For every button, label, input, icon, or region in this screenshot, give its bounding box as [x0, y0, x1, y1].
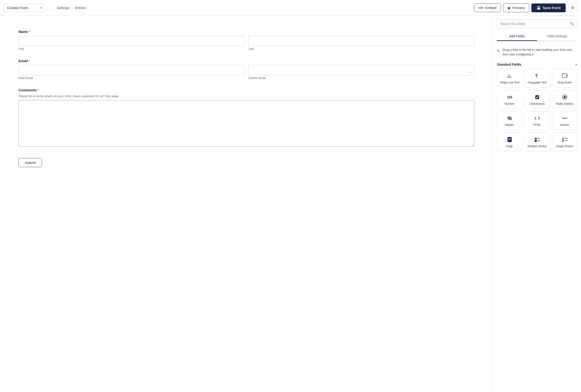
submit-button[interactable]: Submit — [18, 158, 42, 167]
number-icon: 123 — [507, 94, 512, 100]
paragraph-text-label: Paragraph Text — [528, 81, 546, 84]
radio-buttons-label: Radio Buttons — [556, 102, 573, 106]
image-choice-label: Image Choice — [556, 145, 573, 148]
preview-label: Preview — [512, 6, 525, 10]
checkboxes-label: Checkboxes — [529, 102, 544, 106]
gear-button[interactable]: ⚙ — [568, 3, 577, 12]
field-card-html[interactable]: HTML — [524, 111, 550, 130]
section-label: Section — [560, 123, 569, 127]
last-name-sublabel: Last — [248, 47, 474, 50]
field-card-number[interactable]: 123 Number — [497, 90, 522, 109]
svg-text:¶: ¶ — [535, 74, 538, 78]
save-icon: 💾 — [536, 6, 541, 10]
name-field-row: First Last — [18, 36, 474, 50]
multiple-choice-label: Multiple Choice — [528, 145, 546, 148]
standard-fields-section-header: Standard Fields ∧ — [497, 62, 577, 66]
field-card-hidden[interactable]: Hidden — [497, 111, 522, 130]
number-label: Number — [504, 102, 514, 106]
header-actions: </> Embed ◉ Preview 💾 Save Form ⚙ — [474, 3, 577, 12]
gear-icon: ⚙ — [571, 6, 574, 10]
embed-label: Embed — [485, 6, 496, 10]
section-icon — [562, 115, 567, 122]
name-label: Name * — [18, 30, 474, 34]
comments-label: Comments * — [18, 88, 474, 92]
drag-hint: ↖ Drag a field to the left to start buil… — [497, 45, 577, 59]
email-label: Email * — [18, 59, 474, 63]
comments-description: Please let us know what's on your mind. … — [18, 94, 474, 98]
form-selector[interactable]: Contact Form ▾ — [4, 4, 46, 12]
svg-rect-18 — [534, 140, 536, 142]
first-name-col: First — [18, 36, 244, 50]
email-required-star: * — [29, 59, 30, 63]
name-required-star: * — [29, 30, 30, 34]
svg-point-20 — [562, 138, 564, 139]
tab-add-fields[interactable]: Add Fields — [497, 32, 537, 41]
html-label: HTML — [533, 123, 541, 127]
comments-textarea[interactable] — [18, 100, 474, 146]
enter-email-input[interactable] — [18, 65, 244, 75]
save-form-button[interactable]: 💾 Save Form — [532, 4, 566, 12]
main-layout: Name * First Last Email * — [0, 16, 581, 392]
dots-icon: ··· — [469, 70, 472, 75]
tab-bar: Add Fields Field Settings — [497, 32, 577, 41]
hidden-icon — [507, 115, 512, 122]
page-label: Page — [506, 145, 512, 148]
field-card-multiple-choice[interactable]: Multiple Choice — [524, 132, 550, 152]
sidebar: 🔍 Add Fields Field Settings ↖ Drag a fie… — [493, 16, 581, 392]
cursor-icon: ↖ — [497, 48, 500, 54]
drop-down-icon — [562, 72, 568, 79]
single-line-text-icon: A — [507, 72, 512, 79]
radio-buttons-icon — [562, 94, 567, 100]
save-label: Save Form — [543, 6, 560, 10]
paragraph-text-icon: ¶ — [535, 72, 540, 79]
search-box: 🔍 — [497, 20, 577, 28]
email-field-row: Enter Email ··· Confirm Email — [18, 65, 474, 80]
multiple-choice-icon — [534, 136, 540, 143]
standard-fields-label: Standard Fields — [497, 62, 521, 66]
eye-icon: ◉ — [508, 6, 510, 10]
field-card-section[interactable]: Section — [552, 111, 577, 130]
header: Contact Form ▾ Settings Entries </> Embe… — [0, 0, 581, 16]
header-nav: Settings Entries — [57, 6, 86, 10]
hidden-label: Hidden — [505, 123, 514, 127]
embed-code-icon: </> — [478, 6, 484, 10]
svg-rect-12 — [508, 137, 512, 142]
confirm-email-col: ··· Confirm Email — [248, 65, 474, 80]
field-card-paragraph-text[interactable]: ¶ Paragraph Text — [524, 68, 550, 88]
tab-field-settings[interactable]: Field Settings — [537, 32, 578, 41]
last-name-col: Last — [248, 36, 474, 50]
confirm-email-input[interactable] — [248, 65, 474, 75]
page-icon — [507, 136, 512, 143]
entries-link[interactable]: Entries — [75, 6, 86, 10]
embed-button[interactable]: </> Embed — [474, 4, 501, 12]
svg-point-22 — [562, 140, 564, 142]
section-toggle-icon[interactable]: ∧ — [575, 62, 577, 66]
svg-point-7 — [564, 96, 566, 98]
single-line-text-label: Single Line Text — [500, 81, 519, 84]
field-card-page[interactable]: Page — [497, 132, 522, 152]
search-input[interactable] — [497, 20, 577, 28]
header-divider — [51, 3, 51, 12]
enter-email-col: Enter Email — [18, 65, 244, 80]
field-card-image-choice[interactable]: Image Choice — [552, 132, 577, 152]
field-card-radio-buttons[interactable]: Radio Buttons — [552, 90, 577, 109]
first-name-input[interactable] — [18, 36, 244, 46]
chevron-down-icon: ▾ — [40, 6, 42, 10]
comments-field-group: Comments * Please let us know what's on … — [18, 88, 474, 148]
checkboxes-icon — [535, 94, 540, 100]
first-name-sublabel: First — [18, 47, 244, 50]
name-field-group: Name * First Last — [18, 30, 474, 50]
field-card-single-line-text[interactable]: A Single Line Text — [497, 68, 522, 88]
field-card-drop-down[interactable]: Drop Down — [552, 68, 577, 88]
last-name-input[interactable] — [248, 36, 474, 46]
form-selector-label: Contact Form — [7, 6, 28, 10]
email-field-group: Email * Enter Email ··· Confirm Email — [18, 59, 474, 80]
search-icon: 🔍 — [570, 22, 574, 26]
fields-grid: A Single Line Text ¶ Paragraph Text — [497, 68, 577, 151]
confirm-email-sublabel: Confirm Email — [248, 76, 474, 80]
preview-button[interactable]: ◉ Preview — [503, 4, 529, 12]
field-card-checkboxes[interactable]: Checkboxes — [524, 90, 550, 109]
settings-link[interactable]: Settings — [57, 6, 69, 10]
drop-down-label: Drop Down — [558, 81, 572, 84]
sidebar-content: ↖ Drag a field to the left to start buil… — [493, 41, 581, 392]
